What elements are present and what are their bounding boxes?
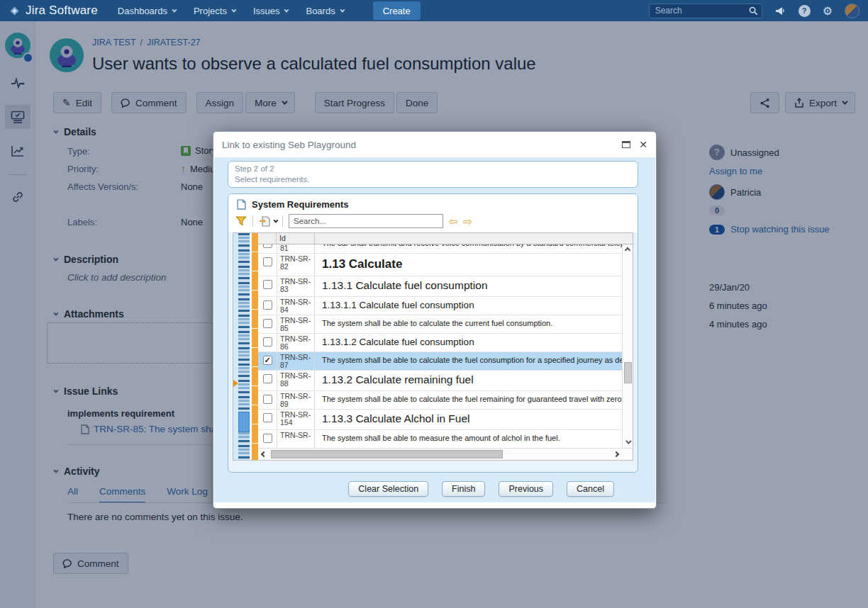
panel-toolbar: ⇦ ⇨: [228, 211, 638, 232]
requirements-panel: System Requirements ⇦ ⇨: [228, 193, 638, 473]
row-text: The system shall be able to measure the …: [315, 430, 622, 448]
chevron-down-icon: [340, 7, 345, 12]
table-row[interactable]: TRN-SR-The system shall be able to measu…: [258, 430, 622, 448]
filter-icon[interactable]: [235, 216, 247, 226]
table-row[interactable]: TRN-SR-89The system shall be able to cal…: [258, 391, 622, 410]
table-row[interactable]: TRN-SR-85The system shall be able to cal…: [258, 315, 622, 334]
scroll-right-icon[interactable]: [613, 451, 619, 457]
nav-boards[interactable]: Boards: [306, 6, 343, 16]
wizard-step-box: Step 2 of 2 Select requirements.: [228, 161, 638, 188]
top-navbar: Jira Software Dashboards Projects Issues…: [0, 0, 868, 21]
panel-title: System Requirements: [252, 199, 349, 210]
nav-issues[interactable]: Issues: [253, 6, 288, 16]
help-icon[interactable]: ?: [799, 5, 811, 17]
row-text: 1.13.1.1 Calculate fuel consumption: [315, 297, 622, 315]
row-checkbox[interactable]: ✓: [263, 356, 272, 365]
nav-dashboards[interactable]: Dashboards: [118, 6, 175, 16]
scroll-up-icon[interactable]: [625, 247, 630, 253]
jira-logo-icon: [9, 5, 21, 17]
orange-status-column: [252, 233, 258, 460]
row-id: TRN-SR-84: [277, 297, 315, 315]
brand[interactable]: Jira Software: [9, 4, 98, 18]
row-text: The system shall be able to calculate th…: [315, 315, 622, 333]
horizontal-scrollbar[interactable]: [258, 448, 633, 460]
row-text: The system shall be able to calculate th…: [315, 352, 622, 370]
row-checkbox[interactable]: [263, 280, 272, 289]
requirements-rows: TRN-SR-81The car shall transmit and rece…: [258, 244, 633, 448]
row-text: 1.13.3 Calculate Alchol in Fuel: [315, 410, 622, 429]
row-checkbox[interactable]: [263, 434, 272, 443]
create-button[interactable]: Create: [373, 1, 421, 20]
scroll-down-icon[interactable]: [625, 438, 631, 444]
row-id: TRN-SR-86: [277, 334, 315, 351]
table-left-gutter: [233, 233, 238, 460]
table-row[interactable]: TRN-SR-821.13 Calculate: [258, 254, 622, 276]
dialog-title: Link to existing Seb Playground: [222, 140, 356, 150]
row-text: 1.13.2 Calculate remaining fuel: [315, 371, 622, 390]
id-column-header: Id: [277, 233, 315, 244]
row-checkbox[interactable]: [263, 300, 272, 310]
requirements-search-input[interactable]: [289, 214, 443, 228]
chevron-down-icon: [231, 7, 236, 12]
toolbar-separator: [252, 215, 253, 227]
row-marker-icon: [233, 380, 238, 387]
table-row[interactable]: TRN-SR-861.13.1.2 Calculate fuel consump…: [258, 334, 622, 352]
dialog-body: Step 2 of 2 Select requirements. System …: [214, 157, 655, 502]
gear-icon[interactable]: ⚙: [823, 4, 833, 18]
cancel-button[interactable]: Cancel: [567, 481, 614, 497]
horizontal-scroll-thumb[interactable]: [271, 450, 503, 458]
search-input[interactable]: [649, 4, 762, 18]
back-arrow-icon[interactable]: ⇦: [449, 216, 458, 227]
brand-label: Jira Software: [26, 4, 98, 18]
vertical-scrollbar[interactable]: [622, 244, 633, 448]
row-text: 1.13.1 Calculate fuel consumption: [315, 276, 622, 296]
row-checkbox[interactable]: [263, 413, 272, 422]
previous-button[interactable]: Previous: [499, 481, 553, 497]
row-text: The car shall transmit and receive voice…: [315, 244, 622, 253]
row-checkbox[interactable]: [263, 257, 272, 266]
row-id: TRN-SR-87: [277, 352, 315, 370]
requirements-table: Id TRN-SR-81The car shall transmit and r…: [233, 232, 633, 461]
document-icon: [237, 199, 246, 210]
maximize-icon[interactable]: [622, 141, 630, 148]
row-text: 1.13 Calculate: [315, 254, 622, 276]
row-checkbox[interactable]: [263, 244, 272, 248]
scroll-left-icon[interactable]: [261, 451, 267, 457]
row-checkbox[interactable]: [263, 374, 272, 383]
row-id: TRN-SR-81: [277, 244, 315, 253]
finish-button[interactable]: Finish: [442, 481, 485, 497]
table-row[interactable]: TRN-SR-81The car shall transmit and rece…: [258, 244, 622, 254]
row-id: TRN-SR-: [277, 430, 315, 448]
row-text: The system shall be able to calculate th…: [315, 391, 622, 409]
checkbox-column-header: [258, 233, 277, 244]
import-menu-button[interactable]: [259, 216, 277, 227]
nav-projects[interactable]: Projects: [194, 6, 235, 16]
announcement-icon[interactable]: [774, 6, 786, 16]
chevron-down-icon: [284, 7, 289, 12]
dialog-footer: Clear Selection Finish Previous Cancel: [228, 473, 638, 497]
row-checkbox[interactable]: [263, 319, 272, 328]
step-title: Step 2 of 2: [235, 164, 631, 174]
row-id: TRN-SR-83: [277, 276, 315, 296]
row-checkbox[interactable]: [263, 395, 272, 404]
table-row[interactable]: TRN-SR-1541.13.3 Calculate Alchol in Fue…: [258, 410, 622, 430]
close-icon[interactable]: ✕: [639, 140, 647, 150]
import-document-icon: [259, 216, 270, 227]
panel-header: System Requirements: [228, 194, 638, 211]
row-id: TRN-SR-88: [277, 371, 315, 390]
chevron-down-icon: [172, 7, 177, 12]
step-subtitle: Select requirements.: [235, 174, 631, 185]
forward-arrow-icon[interactable]: ⇨: [464, 216, 473, 227]
row-checkbox[interactable]: [263, 337, 272, 347]
user-avatar[interactable]: [845, 4, 859, 18]
row-id: TRN-SR-154: [277, 410, 315, 429]
clear-selection-button[interactable]: Clear Selection: [348, 481, 428, 497]
table-row[interactable]: ✓TRN-SR-87The system shall be able to ca…: [258, 352, 622, 371]
vertical-scroll-thumb[interactable]: [624, 362, 632, 383]
table-row[interactable]: TRN-SR-831.13.1 Calculate fuel consumpti…: [258, 276, 622, 297]
dialog-titlebar[interactable]: Link to existing Seb Playground ✕: [213, 132, 656, 157]
table-row[interactable]: TRN-SR-841.13.1.1 Calculate fuel consump…: [258, 297, 622, 315]
table-row[interactable]: TRN-SR-881.13.2 Calculate remaining fuel: [258, 371, 622, 391]
row-text: 1.13.1.2 Calculate fuel consumption: [315, 334, 622, 351]
toolbar-separator: [282, 215, 283, 227]
